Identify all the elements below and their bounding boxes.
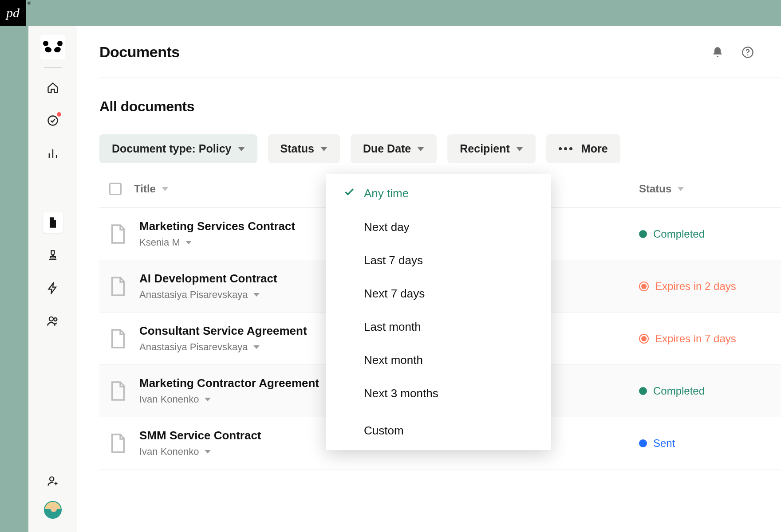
svg-point-2 [54, 318, 57, 321]
brand-badge: pd ® [0, 0, 26, 26]
option-label: Any time [364, 187, 409, 200]
document-icon [109, 433, 127, 454]
chevron-down-icon [253, 345, 260, 349]
select-all-checkbox[interactable] [109, 183, 122, 195]
filter-due-date[interactable]: Due Date [351, 134, 437, 163]
page-header: Documents [99, 43, 781, 78]
due-date-option[interactable]: Next month [326, 344, 551, 377]
decorative-frame-left [0, 0, 28, 532]
due-date-option[interactable]: Next 7 days [326, 277, 551, 310]
due-date-option[interactable]: Any time [326, 176, 551, 211]
author-name: Anastasiya Pisarevskaya [139, 341, 248, 353]
decorative-frame-top [0, 0, 781, 26]
check-icon [343, 186, 364, 201]
due-date-option[interactable]: Next day [326, 211, 551, 244]
status-text: Completed [653, 228, 705, 240]
chevron-down-icon [253, 293, 260, 297]
nav-stamp[interactable] [43, 245, 63, 266]
status-text: Completed [653, 385, 705, 397]
chevron-down-icon [185, 241, 192, 244]
page-title: Documents [99, 43, 180, 61]
svg-point-1 [49, 317, 53, 321]
document-icon [109, 276, 127, 297]
due-date-option[interactable]: Last month [326, 310, 551, 344]
filter-bar: Document type: Policy Status Due Date Re… [99, 134, 781, 163]
user-avatar[interactable] [44, 501, 62, 519]
option-label: Custom [364, 424, 404, 438]
status-text: Expires in 7 days [655, 332, 736, 345]
filter-label: Status [280, 142, 314, 155]
nav-documents[interactable] [43, 212, 63, 233]
notifications-icon[interactable] [711, 46, 724, 59]
filter-label: Due Date [363, 142, 411, 155]
chevron-down-icon [205, 398, 211, 401]
nav-team[interactable] [43, 311, 63, 331]
filter-status[interactable]: Status [268, 134, 340, 163]
svg-point-0 [48, 116, 57, 125]
due-date-dropdown: Any timeNext dayLast 7 daysNext 7 daysLa… [326, 174, 551, 450]
svg-point-5 [747, 54, 748, 55]
document-icon [109, 380, 127, 402]
section-title: All documents [99, 98, 781, 115]
nav-reports[interactable] [43, 143, 63, 164]
notification-dot [57, 112, 61, 117]
option-label: Next 3 months [364, 387, 438, 400]
status-badge: Expires in 7 days [639, 332, 781, 345]
workspace-logo[interactable] [40, 35, 65, 59]
chevron-down-icon [417, 147, 424, 151]
due-date-option[interactable]: Next 3 months [326, 377, 551, 410]
option-label: Next day [364, 220, 410, 234]
chevron-down-icon [205, 450, 211, 454]
option-label: Last month [364, 320, 421, 334]
sidebar-divider [44, 67, 62, 68]
option-label: Last 7 days [364, 254, 423, 267]
option-label: Next 7 days [364, 287, 425, 301]
column-status[interactable]: Status [639, 183, 781, 195]
registered-mark: ® [27, 0, 31, 7]
filter-document-type[interactable]: Document type: Policy [99, 134, 257, 163]
more-icon [559, 147, 572, 150]
due-date-option[interactable]: Last 7 days [326, 244, 551, 277]
chevron-down-icon [516, 147, 523, 151]
status-dot-icon [639, 439, 647, 447]
status-badge: Expires in 2 days [639, 280, 781, 293]
due-date-option-custom[interactable]: Custom [326, 414, 551, 447]
document-icon [109, 328, 127, 349]
nav-tasks[interactable] [43, 110, 63, 131]
author-name: Ivan Konenko [139, 446, 199, 458]
column-label: Status [639, 183, 671, 195]
filter-label: Document type: Policy [112, 142, 232, 155]
filter-label: Recipient [460, 142, 510, 155]
status-badge: Completed [639, 228, 781, 240]
status-dot-icon [639, 230, 647, 238]
filter-recipient[interactable]: Recipient [447, 134, 536, 163]
help-icon[interactable] [741, 46, 754, 59]
filter-more[interactable]: More [546, 134, 620, 163]
dropdown-divider [326, 412, 551, 412]
option-label: Next month [364, 353, 423, 367]
nav-automations[interactable] [43, 278, 63, 298]
invite-user[interactable] [43, 471, 63, 491]
brand-text: pd [6, 5, 20, 20]
status-ring-icon [639, 282, 649, 291]
svg-point-3 [50, 477, 54, 481]
author-name: Anastasiya Pisarevskaya [139, 289, 248, 301]
sort-icon [162, 187, 168, 191]
column-label: Title [134, 183, 156, 195]
status-badge: Completed [639, 385, 781, 397]
nav-home[interactable] [43, 78, 63, 98]
chevron-down-icon [238, 147, 245, 151]
chevron-down-icon [320, 147, 327, 151]
status-text: Sent [653, 437, 675, 450]
sidebar [28, 26, 77, 532]
panda-icon [44, 41, 62, 53]
document-icon [109, 223, 127, 245]
status-badge: Sent [639, 437, 781, 450]
status-text: Expires in 2 days [655, 280, 736, 293]
author-name: Ivan Konenko [139, 394, 199, 405]
sort-icon [678, 187, 684, 191]
filter-label: More [581, 142, 608, 155]
author-name: Ksenia M [139, 237, 180, 248]
status-dot-icon [639, 387, 647, 395]
status-ring-icon [639, 334, 649, 344]
